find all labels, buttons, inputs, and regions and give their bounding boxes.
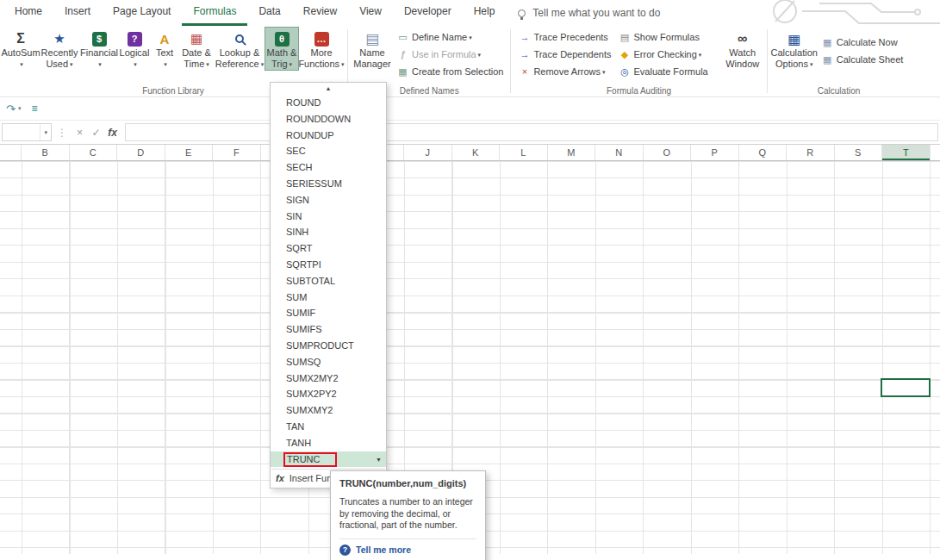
chevron-down-icon xyxy=(808,59,813,69)
menu-item-sqrt[interactable]: SQRT xyxy=(271,240,386,257)
date-time-label-2: Time xyxy=(184,59,204,69)
tab-help[interactable]: Help xyxy=(463,0,507,26)
menu-item-sumifs[interactable]: SUMIFS xyxy=(271,321,386,338)
column-header-q[interactable]: Q xyxy=(739,145,787,160)
column-header-n[interactable]: N xyxy=(595,145,644,160)
menu-item-sumproduct[interactable]: SUMPRODUCT xyxy=(271,338,386,354)
calculate-sheet-button[interactable]: ▦ Calculate Sheet xyxy=(818,51,907,68)
remove-arrows-button[interactable]: × Remove Arrows xyxy=(514,63,614,80)
text-button[interactable]: A Text xyxy=(151,27,178,71)
column-header-p[interactable]: P xyxy=(691,145,739,160)
insert-function-fx-icon[interactable]: fx xyxy=(104,127,121,139)
menu-item-sumx2py2[interactable]: SUMX2PY2 xyxy=(271,386,386,402)
calculate-now-icon: ▦ xyxy=(821,37,834,48)
name-box[interactable]: ▾ xyxy=(2,123,52,141)
menu-item-sign[interactable]: SIGN xyxy=(271,192,386,208)
column-header-e[interactable]: E xyxy=(165,145,214,160)
use-in-formula-button[interactable]: ƒ Use in Formula xyxy=(393,46,507,63)
tell-me-more-link[interactable]: Tell me more xyxy=(356,544,411,555)
chevron-down-icon xyxy=(259,59,265,69)
evaluate-formula-icon: ◎ xyxy=(618,66,631,78)
tooltip-title: TRUNC(number,num_digits) xyxy=(339,478,476,488)
logical-button[interactable]: ? Logical xyxy=(118,27,151,71)
column-header-b[interactable]: B xyxy=(22,145,70,160)
menu-item-round[interactable]: ROUND xyxy=(271,95,386,111)
menu-item-rounddown[interactable]: ROUNDDOWN xyxy=(271,111,386,128)
name-box-chevron-icon[interactable]: ▾ xyxy=(40,124,51,140)
column-header-c[interactable]: C xyxy=(70,145,118,160)
menu-item-sumsq[interactable]: SUMSQ xyxy=(271,354,386,370)
tab-home[interactable]: Home xyxy=(3,0,53,26)
tab-formulas[interactable]: Formulas xyxy=(182,0,247,26)
column-header-d[interactable]: D xyxy=(117,145,165,160)
enter-check-icon[interactable]: ✓ xyxy=(88,127,104,139)
define-name-button[interactable]: ▭ Define Name xyxy=(393,28,507,46)
tooltip-line: fractional, part of the number. xyxy=(339,520,476,532)
redo-icon[interactable]: ↷ xyxy=(6,103,16,115)
trace-dependents-button[interactable]: → Trace Dependents xyxy=(514,46,614,63)
column-header-l[interactable]: L xyxy=(500,145,548,160)
show-formulas-button[interactable]: ▤ Show Formulas xyxy=(614,28,711,46)
tab-developer[interactable]: Developer xyxy=(393,0,463,26)
autosum-button[interactable]: Σ AutoSum xyxy=(3,27,39,71)
column-header-f[interactable]: F xyxy=(213,145,261,160)
menu-item-sumif[interactable]: SUMIF xyxy=(271,305,386,321)
menu-item-sum[interactable]: SUM xyxy=(271,289,386,306)
tooltip-line: Truncates a number to an integer xyxy=(339,496,476,508)
menu-item-trunc[interactable]: TRUNC▼ xyxy=(271,451,386,468)
column-header-s[interactable]: S xyxy=(835,145,883,160)
column-header-r[interactable]: R xyxy=(787,145,835,160)
custom-qat-icon[interactable]: ≡ xyxy=(31,103,37,115)
tooltip-line: by removing the decimal, or xyxy=(339,508,476,520)
math-trig-button[interactable]: θ Math & Trig xyxy=(265,27,299,71)
calculate-sheet-label: Calculate Sheet xyxy=(837,54,904,65)
tab-page-layout[interactable]: Page Layout xyxy=(102,0,182,26)
name-manager-button[interactable]: ▤ Name Manager xyxy=(352,27,393,71)
menu-item-tanh[interactable]: TANH xyxy=(271,435,386,451)
chevron-down-icon[interactable]: ▾ xyxy=(18,105,22,112)
menu-scroll-up[interactable]: ▲ xyxy=(271,83,386,95)
trace-precedents-button[interactable]: → Trace Precedents xyxy=(514,28,614,46)
tab-review[interactable]: Review xyxy=(292,0,348,26)
tab-insert[interactable]: Insert xyxy=(53,0,102,26)
error-checking-button[interactable]: ◆ Error Checking xyxy=(614,46,711,63)
lookup-reference-button[interactable]: Lookup & Reference xyxy=(215,27,265,71)
remove-arrows-label: Remove Arrows xyxy=(533,66,601,77)
tab-view[interactable]: View xyxy=(348,0,393,26)
menu-item-roundup[interactable]: ROUNDUP xyxy=(271,128,386,144)
cancel-icon[interactable]: × xyxy=(72,127,88,139)
selected-cell[interactable] xyxy=(881,378,931,397)
column-header-j[interactable]: J xyxy=(404,145,452,160)
menu-item-seriessum[interactable]: SERIESSUM xyxy=(271,176,386,192)
date-time-button[interactable]: ▦ Date & Time xyxy=(178,27,215,71)
menu-item-subtotal[interactable]: SUBTOTAL xyxy=(271,273,386,289)
more-functions-button[interactable]: … More Functions xyxy=(299,27,344,71)
menu-item-sumxmy2[interactable]: SUMXMY2 xyxy=(271,402,386,419)
column-header-m[interactable]: M xyxy=(548,145,596,160)
help-question-icon: ? xyxy=(339,544,351,556)
create-from-selection-button[interactable]: ▦ Create from Selection xyxy=(393,63,507,80)
remove-arrows-icon: × xyxy=(518,66,531,77)
menu-item-tan[interactable]: TAN xyxy=(271,419,386,435)
menu-scroll-down-icon[interactable]: ▼ xyxy=(376,452,382,469)
trunc-tooltip: TRUNC(number,num_digits) Truncates a num… xyxy=(330,470,486,560)
menu-item-sech[interactable]: SECH xyxy=(271,159,386,176)
evaluate-formula-button[interactable]: ◎ Evaluate Formula xyxy=(614,63,711,80)
watch-window-button[interactable]: ∞ Watch Window xyxy=(722,27,763,71)
tell-me-box[interactable]: Tell me what you want to do xyxy=(518,7,660,19)
formula-input[interactable] xyxy=(125,123,938,141)
menu-item-sumx2my2[interactable]: SUMX2MY2 xyxy=(271,370,386,387)
menu-item-sqrtpi[interactable]: SQRTPI xyxy=(271,257,386,273)
financial-button[interactable]: $ Financial xyxy=(80,27,118,71)
calculate-now-button[interactable]: ▦ Calculate Now xyxy=(818,34,907,51)
calculation-options-button[interactable]: ▦ Calculation Options xyxy=(771,27,818,71)
column-header-o[interactable]: O xyxy=(644,145,692,160)
menu-item-sinh[interactable]: SINH xyxy=(271,224,386,240)
menu-item-sec[interactable]: SEC xyxy=(271,143,386,159)
tab-data[interactable]: Data xyxy=(247,0,291,26)
column-header-k[interactable]: K xyxy=(452,145,501,160)
recently-used-button[interactable]: ★ Recently Used xyxy=(39,27,80,71)
menu-item-sin[interactable]: SIN xyxy=(271,208,386,225)
column-header-t[interactable]: T xyxy=(882,145,931,160)
formula-auditing-group-label: Formula Auditing xyxy=(512,86,765,96)
